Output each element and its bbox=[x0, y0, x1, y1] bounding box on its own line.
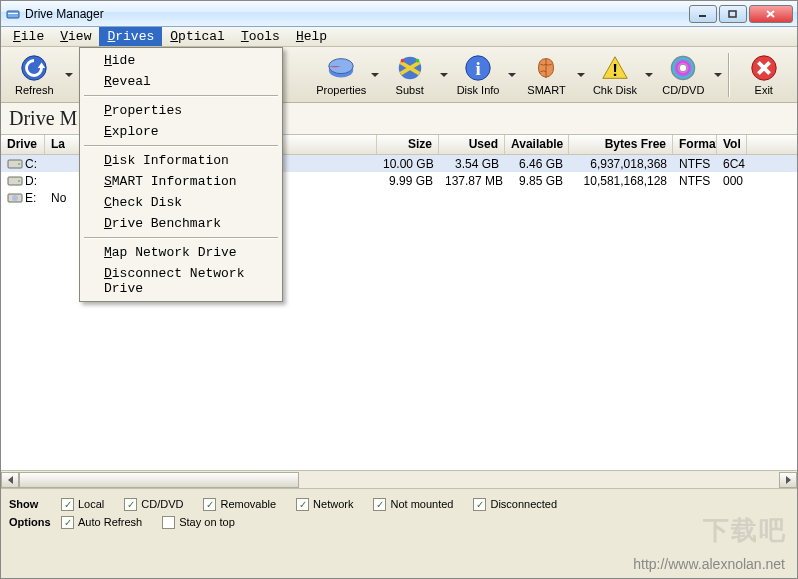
network-checkbox[interactable]: ✓Network bbox=[296, 498, 353, 511]
subst-label: Subst bbox=[396, 84, 424, 96]
subst-dropdown[interactable] bbox=[439, 51, 449, 99]
scroll-track[interactable] bbox=[19, 472, 779, 488]
svg-point-26 bbox=[18, 180, 20, 182]
menu-hide[interactable]: Hide bbox=[80, 50, 282, 71]
size-cell: 10.00 GB bbox=[377, 156, 439, 172]
hard-drive-icon bbox=[7, 158, 23, 170]
menu-drives[interactable]: Drives bbox=[99, 27, 162, 46]
optical-drive-icon bbox=[7, 192, 23, 204]
info-icon: i bbox=[463, 53, 493, 83]
svg-text:i: i bbox=[475, 58, 480, 79]
properties-button[interactable]: Properties bbox=[314, 50, 369, 100]
col-format[interactable]: Format bbox=[673, 135, 717, 154]
used-cell: 3.54 GB bbox=[439, 156, 505, 172]
svg-text:!: ! bbox=[612, 61, 618, 80]
cd-dvd-checkbox[interactable]: ✓CD/DVD bbox=[124, 498, 183, 511]
toolbar-separator bbox=[728, 53, 730, 97]
col-available[interactable]: Available bbox=[505, 135, 569, 154]
bytes-free-cell: 10,581,168,128 bbox=[569, 173, 673, 189]
menu-properties[interactable]: Properties bbox=[80, 100, 282, 121]
cd-dvd-dropdown[interactable] bbox=[713, 51, 723, 99]
exit-button[interactable]: Exit bbox=[736, 50, 791, 100]
svg-point-12 bbox=[415, 59, 419, 63]
exit-icon bbox=[749, 53, 779, 83]
not-mounted-checkbox[interactable]: ✓Not mounted bbox=[373, 498, 453, 511]
removable-checkbox[interactable]: ✓Removable bbox=[203, 498, 276, 511]
drives-dropdown-menu: Hide Reveal Properties Explore Disk Info… bbox=[79, 47, 283, 302]
svg-rect-0 bbox=[7, 11, 19, 18]
refresh-icon bbox=[19, 53, 49, 83]
svg-rect-3 bbox=[729, 11, 736, 17]
col-bytes-free[interactable]: Bytes Free bbox=[569, 135, 673, 154]
menu-view[interactable]: View bbox=[52, 27, 99, 46]
menu-reveal[interactable]: Reveal bbox=[80, 71, 282, 92]
smart-label: SMART bbox=[527, 84, 565, 96]
menu-help[interactable]: Help bbox=[288, 27, 335, 46]
auto-refresh-checkbox[interactable]: ✓Auto Refresh bbox=[61, 516, 142, 529]
bytes-free-cell: 6,937,018,368 bbox=[569, 156, 673, 172]
menu-explore[interactable]: Explore bbox=[80, 121, 282, 142]
menu-file[interactable]: File bbox=[5, 27, 52, 46]
horizontal-scrollbar[interactable] bbox=[1, 470, 797, 488]
vol-cell: 000 bbox=[717, 173, 747, 189]
svg-rect-1 bbox=[8, 13, 18, 14]
bottom-panel: Show ✓Local ✓CD/DVD ✓Removable ✓Network … bbox=[1, 488, 797, 537]
cd-dvd-label: CD/DVD bbox=[662, 84, 704, 96]
cd-dvd-button[interactable]: CD/DVD bbox=[656, 50, 711, 100]
menu-smart-information[interactable]: SMART Information bbox=[80, 171, 282, 192]
vol-cell: 6C4 bbox=[717, 156, 747, 172]
stay-on-top-checkbox[interactable]: Stay on top bbox=[162, 516, 235, 529]
chk-disk-label: Chk Disk bbox=[593, 84, 637, 96]
properties-dropdown[interactable] bbox=[371, 51, 381, 99]
col-vol[interactable]: Vol bbox=[717, 135, 747, 154]
menu-separator bbox=[84, 95, 278, 97]
svg-point-24 bbox=[18, 163, 20, 165]
disk-info-button[interactable]: i Disk Info bbox=[451, 50, 506, 100]
menu-optical[interactable]: Optical bbox=[162, 27, 233, 46]
disc-icon bbox=[668, 53, 698, 83]
menu-disk-information[interactable]: Disk Information bbox=[80, 150, 282, 171]
menu-tools[interactable]: Tools bbox=[233, 27, 288, 46]
col-drive[interactable]: Drive bbox=[1, 135, 45, 154]
app-icon bbox=[5, 6, 21, 22]
col-size[interactable]: Size bbox=[377, 135, 439, 154]
scroll-thumb[interactable] bbox=[19, 472, 299, 488]
show-label: Show bbox=[9, 498, 61, 510]
smart-dropdown[interactable] bbox=[576, 51, 586, 99]
svg-point-28 bbox=[12, 195, 18, 201]
scroll-left-button[interactable] bbox=[1, 472, 19, 488]
subst-button[interactable]: Subst bbox=[382, 50, 437, 100]
close-button[interactable] bbox=[749, 5, 793, 23]
drive-cell: C: bbox=[25, 157, 37, 171]
menu-check-disk[interactable]: Check Disk bbox=[80, 192, 282, 213]
menu-map-network-drive[interactable]: Map Network Drive bbox=[80, 242, 282, 263]
refresh-button[interactable]: Refresh bbox=[7, 50, 62, 100]
drive-cell: E: bbox=[25, 191, 36, 205]
chk-disk-dropdown[interactable] bbox=[644, 51, 654, 99]
window-title: Drive Manager bbox=[25, 7, 687, 21]
brain-icon bbox=[531, 53, 561, 83]
refresh-dropdown[interactable] bbox=[64, 51, 74, 99]
disk-info-label: Disk Info bbox=[457, 84, 500, 96]
warning-icon: ! bbox=[600, 53, 630, 83]
available-cell: 6.46 GB bbox=[505, 156, 569, 172]
disconnected-checkbox[interactable]: ✓Disconnected bbox=[473, 498, 557, 511]
maximize-button[interactable] bbox=[719, 5, 747, 23]
format-cell: NTFS bbox=[673, 156, 717, 172]
format-cell: NTFS bbox=[673, 173, 717, 189]
menu-drive-benchmark[interactable]: Drive Benchmark bbox=[80, 213, 282, 234]
chk-disk-button[interactable]: ! Chk Disk bbox=[588, 50, 643, 100]
url-label: http://www.alexnolan.net bbox=[633, 556, 785, 572]
smart-button[interactable]: SMART bbox=[519, 50, 574, 100]
subst-icon bbox=[395, 53, 425, 83]
col-used[interactable]: Used bbox=[439, 135, 505, 154]
menu-disconnect-network-drive[interactable]: Disconnect Network Drive bbox=[80, 263, 282, 299]
disk-info-dropdown[interactable] bbox=[507, 51, 517, 99]
properties-label: Properties bbox=[316, 84, 366, 96]
title-bar: Drive Manager bbox=[1, 1, 797, 27]
menu-separator bbox=[84, 145, 278, 147]
size-cell: 9.99 GB bbox=[377, 173, 439, 189]
local-checkbox[interactable]: ✓Local bbox=[61, 498, 104, 511]
scroll-right-button[interactable] bbox=[779, 472, 797, 488]
minimize-button[interactable] bbox=[689, 5, 717, 23]
